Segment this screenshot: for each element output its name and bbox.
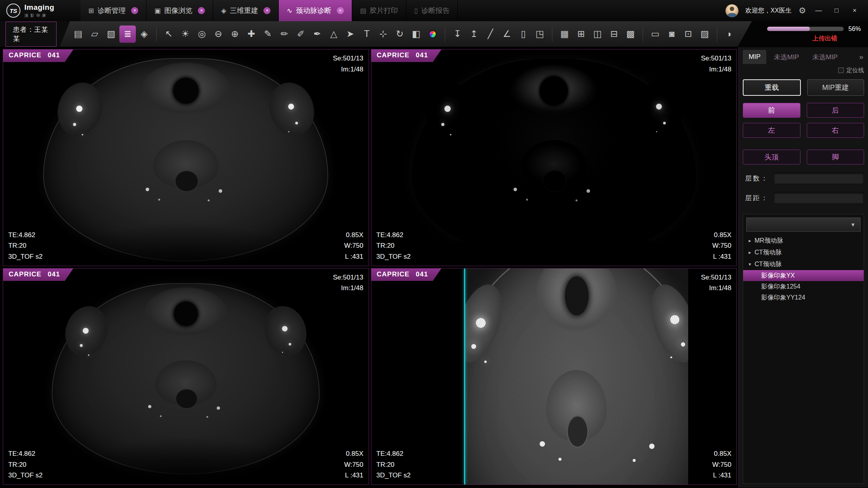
zoom-icon[interactable]: ◎ bbox=[194, 26, 210, 43]
marker-icon[interactable]: ✏ bbox=[276, 26, 292, 43]
screen-single-icon[interactable]: ▭ bbox=[647, 26, 663, 43]
layout-horizontal-split-icon[interactable]: ⊟ bbox=[606, 26, 622, 43]
tab-film-print[interactable]: ▤ 胶片打印 bbox=[352, 0, 406, 21]
crop-icon[interactable]: ⊹ bbox=[375, 26, 391, 43]
zoom-in-icon[interactable]: ⊕ bbox=[227, 26, 243, 43]
series-tree: ▸ MR颈动脉 ▸ CT颈动脉 ▾ CT颈动脉 影像印象YX 影像印象1254 … bbox=[743, 235, 864, 483]
viewport-top-right[interactable]: CAPRICE 041 Se:501/13 Im:1/48 TE:4.862 T… bbox=[371, 49, 737, 266]
screen-add-icon[interactable]: ⊡ bbox=[680, 26, 696, 43]
image-number: Im:1/48 bbox=[701, 64, 731, 75]
tr-value: TR:20 bbox=[8, 459, 43, 470]
series-info: Se:501/13 Im:1/48 bbox=[701, 53, 731, 75]
right-button[interactable]: 右 bbox=[807, 123, 864, 138]
text-icon[interactable]: T bbox=[358, 26, 375, 43]
device-name: CAPRICE bbox=[377, 51, 410, 59]
print-icon[interactable]: ▤ bbox=[70, 26, 86, 43]
rotate-icon[interactable]: ↻ bbox=[391, 26, 408, 43]
tree-item-image-impression-yx[interactable]: 影像印象YX bbox=[743, 270, 864, 281]
window-value: W:750 bbox=[712, 459, 731, 470]
tab-image-browse[interactable]: ▣ 图像浏览 × bbox=[146, 0, 213, 21]
patient-field[interactable]: 患者：王某某 bbox=[5, 22, 57, 47]
carotid-dots bbox=[148, 405, 151, 408]
avatar[interactable] bbox=[725, 4, 738, 17]
locator-line-label: 定位线 bbox=[846, 67, 864, 74]
display-info: 0.85X W:750 L :431 bbox=[344, 448, 364, 481]
series-dropdown[interactable]: ▼ bbox=[746, 217, 861, 232]
mip-rebuild-button[interactable]: MIP重建 bbox=[807, 79, 864, 96]
layout-dashed-icon[interactable]: ▨ bbox=[696, 26, 713, 43]
sidebar-tab-unselected-mip-2[interactable]: 未选MIP bbox=[806, 49, 843, 65]
measure-line-icon[interactable]: ∠ bbox=[499, 26, 515, 43]
voice-icon[interactable]: ◗ bbox=[721, 26, 738, 43]
tree-item-image-impression-1254[interactable]: 影像印象1254 bbox=[743, 281, 864, 292]
tab-diagnosis-management[interactable]: ⊞ 诊断管理 × bbox=[80, 0, 146, 21]
close-icon[interactable]: × bbox=[263, 7, 270, 14]
pan-icon[interactable]: ✚ bbox=[243, 26, 259, 43]
locator-line-checkbox[interactable] bbox=[838, 68, 844, 73]
viewport-top-left[interactable]: CAPRICE 041 Se:501/13 Im:1/48 TE:4.862 T… bbox=[3, 49, 369, 266]
zoom-out-icon[interactable]: ⊖ bbox=[210, 26, 227, 43]
layout-grid-16-icon[interactable]: ▦ bbox=[556, 26, 573, 43]
patient-number: 041 bbox=[48, 51, 60, 59]
mri-axial-slice bbox=[3, 49, 369, 266]
close-button[interactable]: × bbox=[849, 7, 860, 15]
layer-spacing-input[interactable] bbox=[773, 192, 864, 204]
localizer-line[interactable] bbox=[464, 269, 465, 485]
close-icon[interactable]: × bbox=[198, 7, 205, 14]
sidebar-tab-mip[interactable]: MIP bbox=[743, 50, 766, 64]
color-wheel-icon[interactable] bbox=[424, 26, 441, 43]
folder-open-icon[interactable]: ▱ bbox=[86, 26, 103, 43]
close-icon[interactable]: × bbox=[337, 7, 344, 14]
close-icon[interactable]: × bbox=[131, 7, 138, 14]
upload-status: 56% 上传出错 bbox=[738, 21, 868, 47]
cursor-icon[interactable]: ↖ bbox=[161, 26, 177, 43]
ruler-icon[interactable]: ╱ bbox=[482, 26, 499, 43]
invert-icon[interactable]: ◧ bbox=[408, 26, 424, 43]
viewport-bottom-left[interactable]: CAPRICE 041 Se:501/13 Im:1/48 TE:4.862 T… bbox=[3, 268, 369, 485]
minimize-button[interactable]: — bbox=[813, 7, 824, 15]
upload-error-text: 上传出错 bbox=[812, 35, 837, 43]
reload-button[interactable]: 重载 bbox=[743, 79, 801, 96]
import-icon[interactable]: ↥ bbox=[466, 26, 482, 43]
mri-axial-slice bbox=[14, 275, 358, 478]
head-button[interactable]: 头顶 bbox=[743, 150, 800, 164]
tab-carotid-diagnosis[interactable]: ∿ 颈动脉诊断 × bbox=[279, 0, 352, 21]
tab-3d-reconstruction[interactable]: ◈ 三维重建 × bbox=[213, 0, 279, 21]
brightness-icon[interactable]: ☀ bbox=[177, 26, 194, 43]
maximize-button[interactable]: □ bbox=[831, 7, 842, 15]
sidebar-tab-unselected-mip-1[interactable]: 未选MIP bbox=[768, 49, 805, 65]
export-icon[interactable]: ↧ bbox=[449, 26, 466, 43]
image-icon[interactable]: ▧ bbox=[103, 26, 119, 43]
arrow-annotation-icon[interactable]: ➤ bbox=[342, 26, 358, 43]
foot-button[interactable]: 脚 bbox=[807, 150, 864, 164]
tree-item-mr-carotid[interactable]: ▸ MR颈动脉 bbox=[743, 235, 864, 247]
tree-item-image-impression-yy124[interactable]: 影像印象YY124 bbox=[743, 292, 864, 303]
layout-grid-9-icon[interactable]: ▩ bbox=[622, 26, 639, 43]
pencil-icon[interactable]: ✎ bbox=[259, 26, 276, 43]
screen-mip-icon[interactable]: ◙ bbox=[663, 26, 680, 43]
layers-icon[interactable]: ≣ bbox=[119, 26, 136, 43]
layer-count-input[interactable] bbox=[773, 172, 864, 184]
chevron-double-right-icon[interactable]: » bbox=[859, 53, 864, 61]
tree-item-ct-carotid-1[interactable]: ▸ CT颈动脉 bbox=[743, 247, 864, 258]
gear-icon[interactable]: ⚙ bbox=[799, 6, 806, 15]
patient-number: 041 bbox=[416, 271, 428, 278]
report-icon[interactable]: ▯ bbox=[515, 26, 532, 43]
left-button[interactable]: 左 bbox=[743, 123, 800, 138]
level-value: L :431 bbox=[344, 470, 364, 481]
device-name: CAPRICE bbox=[377, 271, 410, 278]
layout-grid-4-icon[interactable]: ⊞ bbox=[573, 26, 589, 43]
tree-item-ct-carotid-2[interactable]: ▾ CT颈动脉 bbox=[743, 258, 864, 270]
angle-icon[interactable]: △ bbox=[325, 26, 342, 43]
fountain-pen-icon[interactable]: ✒ bbox=[309, 26, 325, 43]
tab-diagnosis-report[interactable]: ▯ 诊断报告 bbox=[406, 0, 458, 21]
viewport-bottom-right[interactable]: CAPRICE 041 Se:501/13 Im:1/48 TE:4.862 T… bbox=[371, 268, 737, 485]
front-button[interactable]: 前 bbox=[743, 103, 800, 118]
cube-3d-icon[interactable]: ◈ bbox=[136, 26, 152, 43]
toolbar-separator bbox=[717, 27, 717, 41]
cube-icon: ◈ bbox=[221, 7, 226, 15]
pen-icon[interactable]: ✐ bbox=[292, 26, 309, 43]
image-export-icon[interactable]: ◳ bbox=[532, 26, 548, 43]
layout-vertical-split-icon[interactable]: ◫ bbox=[589, 26, 606, 43]
back-button[interactable]: 后 bbox=[807, 103, 864, 118]
